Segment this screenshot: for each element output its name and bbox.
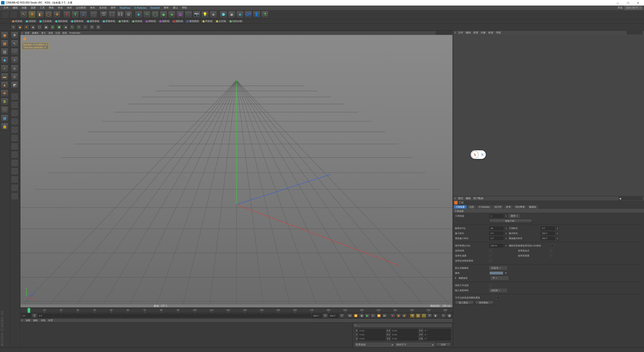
lasso-tool[interactable]: 〰 — [11, 48, 18, 56]
key-pos-toggle[interactable]: ✥ — [410, 314, 415, 318]
pattern-12[interactable] — [11, 184, 18, 192]
icon-tool-3[interactable]: ✦ — [24, 24, 29, 30]
lod-render-checkbox[interactable] — [551, 244, 554, 247]
arrow-tool[interactable]: ↖ — [11, 40, 18, 47]
play-button[interactable]: ▶ — [365, 314, 370, 318]
spline-primitive[interactable]: ◯ — [151, 11, 159, 18]
axis-mode[interactable]: ✥ — [1, 90, 8, 97]
obj-filter-icon[interactable] — [631, 31, 634, 34]
close-button[interactable]: ✕ — [633, 0, 643, 6]
load-preset-button[interactable]: 载入预设... — [455, 301, 474, 305]
end-frame-field-2[interactable]: 250 F — [329, 314, 339, 318]
use-gen-checkbox[interactable]: ✓ — [489, 254, 492, 257]
icon-tool-14[interactable]: fx — [96, 24, 101, 30]
use-motion-checkbox[interactable]: ✓ — [489, 259, 492, 262]
attr-tab-6[interactable]: 帧插值 — [527, 205, 538, 209]
spinner-icon[interactable]: ‡ — [505, 214, 507, 218]
point-mode[interactable]: ▪ — [1, 65, 8, 72]
bars2-icon[interactable]: ⫼ — [11, 73, 18, 80]
rot-b-field[interactable]: 0 ° — [424, 337, 451, 340]
layout-dropdown[interactable]: 启动 (用户) — [624, 6, 642, 10]
menu-帮助[interactable]: 帮助 — [180, 6, 189, 10]
obj-menu-文件[interactable]: 文件 — [458, 31, 463, 34]
project-time-field[interactable]: 0 F — [541, 227, 555, 230]
menu-选择[interactable]: 选择 — [29, 6, 38, 10]
menu-角色[interactable]: 角色 — [88, 6, 97, 10]
obj-menu-查看[interactable]: 查看 — [473, 31, 478, 34]
viewport[interactable]: ✥ Number of emitters: 0 Total live parti… — [20, 35, 453, 307]
goto-next-key-button[interactable]: ⏩ — [376, 314, 381, 318]
attr-up-icon[interactable] — [627, 197, 630, 200]
attr-lock-icon[interactable] — [631, 197, 634, 200]
size-z-field[interactable]: 0 cm — [391, 337, 418, 340]
vp-menu-查看[interactable]: 查看 — [25, 31, 29, 35]
field[interactable]: ◉ — [228, 11, 235, 18]
workplane[interactable]: ▦ — [1, 114, 8, 122]
move-tool[interactable]: ✥ — [28, 11, 36, 18]
last-tool[interactable]: ✥ — [53, 11, 61, 18]
fps-field[interactable]: 25 — [489, 227, 503, 230]
field-2[interactable]: 立方体域 — [38, 20, 53, 23]
attr-dock-icon[interactable] — [639, 197, 642, 200]
attr-tab-4[interactable]: 参考 — [504, 205, 513, 209]
coord-apply-button[interactable]: 应用 — [436, 343, 451, 347]
menu-插件[interactable]: 插件 — [109, 6, 118, 10]
pos-x-field[interactable]: 0 cm — [358, 329, 386, 332]
spinner-icon[interactable]: ‡ — [505, 244, 507, 247]
pattern-1[interactable] — [11, 93, 18, 100]
start-frame-field[interactable]: 0 F — [21, 314, 31, 318]
icon-tool-11[interactable]: ↺ — [76, 24, 82, 30]
character[interactable]: 👤 — [253, 11, 260, 18]
obj-search-icon[interactable] — [627, 31, 630, 34]
color-swatch[interactable] — [489, 271, 503, 275]
eyedropper-icon[interactable]: ✎ — [505, 272, 507, 275]
lock-workplane[interactable]: 🔒 — [1, 123, 8, 130]
minimize-button[interactable]: — — [613, 0, 623, 6]
volume[interactable]: ◈ — [210, 11, 217, 18]
polygon-mode[interactable]: ▲ — [1, 81, 8, 89]
goto-start-button[interactable]: ⏮ — [347, 314, 352, 318]
axis-y-toggle[interactable]: Y — [71, 11, 79, 18]
script[interactable]: ⚗ — [261, 11, 269, 18]
field-15[interactable]: Python域 — [228, 20, 244, 23]
pattern-5[interactable] — [11, 126, 18, 134]
pattern-13[interactable] — [11, 192, 18, 200]
ime-indicator[interactable]: 🦌 英 — [471, 150, 486, 159]
field-3[interactable]: 圆柱体域 — [54, 20, 69, 23]
vp-orbit-icon[interactable] — [444, 31, 448, 34]
preview-min-field[interactable]: 0 F — [489, 237, 503, 240]
size-x-field[interactable]: 0 cm — [391, 329, 418, 332]
mat-menu-编辑[interactable]: 编辑 — [33, 319, 38, 322]
keyframe-sel-button[interactable]: ◆ — [402, 314, 407, 318]
vertical-icon[interactable]: ⦀ — [11, 56, 18, 64]
spinner-icon[interactable]: ‡ — [556, 227, 559, 230]
obj-menu-编辑[interactable]: 编辑 — [466, 31, 471, 34]
coord-space-dropdown[interactable]: 世界坐标▾ — [354, 343, 394, 347]
pattern-9[interactable] — [11, 159, 18, 167]
menu-编辑[interactable]: 编辑 — [11, 6, 20, 10]
pos-y-field[interactable]: 0 cm — [358, 333, 386, 336]
spinner-icon[interactable]: ‡ — [505, 227, 507, 230]
maximize-button[interactable]: ▢ — [623, 0, 633, 6]
tweak-mode[interactable]: ✥ — [11, 31, 18, 39]
spinner-icon[interactable]: ‡ — [556, 237, 559, 240]
menu-realflow[interactable]: RealFlow — [118, 6, 132, 10]
vp-menu-选项[interactable]: 选项 — [48, 31, 53, 35]
field-11[interactable]: 随机域 — [171, 20, 184, 23]
mat-menu-功能[interactable]: 功能 — [41, 319, 45, 322]
pos-z-field[interactable]: 0 cm — [358, 337, 386, 340]
rot-h-field[interactable]: 0 ° — [424, 329, 451, 332]
menu-x-particles[interactable]: X-Particles — [132, 6, 148, 10]
field-8[interactable]: 样条域 — [131, 20, 144, 23]
field-13[interactable]: 声音域 — [201, 20, 214, 23]
attr-tab-2[interactable]: X-Particles — [476, 205, 492, 209]
default-color-dropdown[interactable]: 灰蓝色 — [489, 266, 507, 270]
menu-流水线[interactable]: 流水线 — [97, 6, 109, 10]
node-color-checkbox[interactable] — [497, 296, 500, 299]
attr-tab-0[interactable]: 工程设置 — [453, 205, 467, 209]
menu-体积[interactable]: 体积 — [65, 6, 74, 10]
tag[interactable]: QR — [245, 11, 252, 18]
pattern-11[interactable] — [11, 176, 18, 183]
pattern-7[interactable] — [11, 143, 18, 150]
render-region[interactable]: ⛶ — [108, 11, 116, 18]
